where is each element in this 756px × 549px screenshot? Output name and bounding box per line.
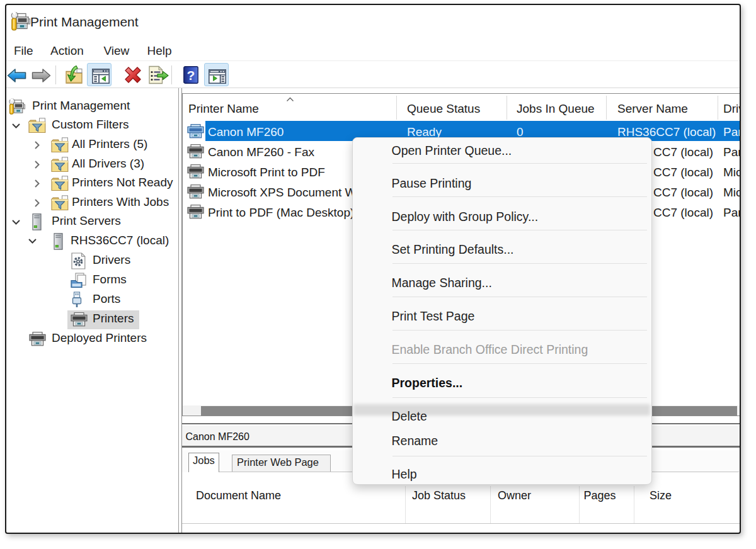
svg-text:?: ? — [187, 68, 195, 82]
